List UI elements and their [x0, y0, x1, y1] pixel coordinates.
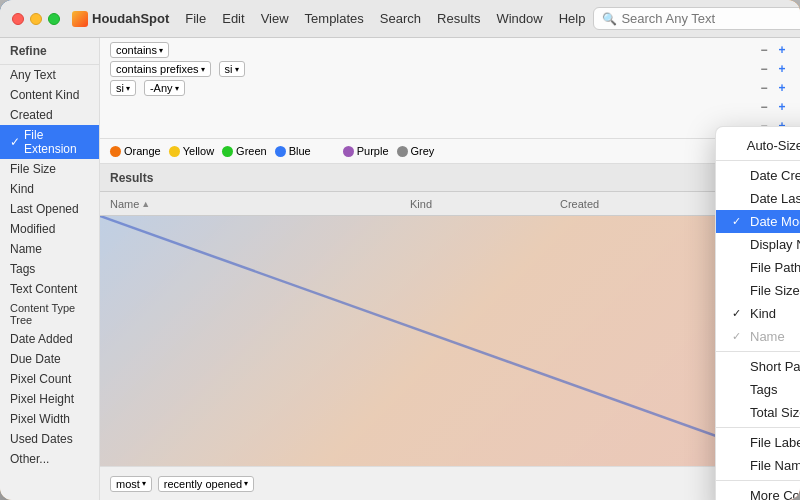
- dropdown-more-columns[interactable]: More Columns...: [716, 484, 800, 500]
- filter-row-1: contains ▾ − +: [110, 42, 790, 58]
- refine-file-size[interactable]: File Size: [0, 159, 99, 179]
- check-kind-icon: ✓: [732, 307, 744, 320]
- close-button[interactable]: [12, 13, 24, 25]
- col-header-kind[interactable]: Kind: [410, 198, 560, 210]
- dropdown-arrow-2b-icon: ▾: [235, 65, 239, 74]
- dropdown-arrow-3b-icon: ▾: [175, 84, 179, 93]
- refine-content-kind[interactable]: Content Kind: [0, 85, 99, 105]
- app-identity: HoudahSpot: [72, 11, 169, 27]
- filter-minus-3[interactable]: −: [756, 80, 772, 96]
- menu-search[interactable]: Search: [380, 11, 421, 26]
- tag-orange[interactable]: Orange: [110, 145, 161, 157]
- bottom-arrow-icon: ▾: [142, 479, 146, 488]
- dropdown-display-name[interactable]: Display Name: [716, 233, 800, 256]
- dropdown-date-last-used[interactable]: Date Last Used: [716, 187, 800, 210]
- refine-other[interactable]: Other...: [0, 449, 99, 469]
- refine-modified[interactable]: Modified: [0, 219, 99, 239]
- tag-purple[interactable]: Purple: [343, 145, 389, 157]
- tags-row: Orange Yellow Green Blue: [100, 139, 800, 164]
- results-body: [100, 216, 800, 466]
- diagonal-line: [100, 216, 800, 466]
- menu-templates[interactable]: Templates: [305, 11, 364, 26]
- search-input[interactable]: [621, 11, 800, 26]
- refine-used-dates[interactable]: Used Dates: [0, 429, 99, 449]
- col-header-name[interactable]: Name ▲: [110, 198, 410, 210]
- refine-pixel-width[interactable]: Pixel Width: [0, 409, 99, 429]
- tag-green[interactable]: Green: [222, 145, 267, 157]
- bottom-most-pill[interactable]: most ▾: [110, 476, 152, 492]
- refine-last-opened[interactable]: Last Opened: [0, 199, 99, 219]
- dropdown-kind[interactable]: ✓ Kind: [716, 302, 800, 325]
- filter-condition-1[interactable]: contains ▾: [110, 42, 169, 58]
- refine-pixel-count[interactable]: Pixel Count: [0, 369, 99, 389]
- refine-text-content[interactable]: Text Content: [0, 279, 99, 299]
- filter-row-2: contains prefixes ▾ si ▾ − +: [110, 61, 790, 77]
- purple-dot: [343, 146, 354, 157]
- menu-file[interactable]: File: [185, 11, 206, 26]
- grey-dot: [397, 146, 408, 157]
- dropdown-date-created[interactable]: Date Created: [716, 164, 800, 187]
- minimize-button[interactable]: [30, 13, 42, 25]
- refine-due-date[interactable]: Due Date: [0, 349, 99, 369]
- results-background: [100, 216, 800, 466]
- tag-yellow[interactable]: Yellow: [169, 145, 214, 157]
- refine-date-added[interactable]: Date Added: [0, 329, 99, 349]
- filter-minus-2[interactable]: −: [756, 61, 772, 77]
- filter-controls-1: − +: [756, 42, 790, 58]
- bottom-arrow2-icon: ▾: [244, 479, 248, 488]
- refine-pixel-height[interactable]: Pixel Height: [0, 389, 99, 409]
- menu-window[interactable]: Window: [496, 11, 542, 26]
- refine-tags[interactable]: Tags: [0, 259, 99, 279]
- filter-value-2[interactable]: si ▾: [219, 61, 245, 77]
- dropdown-tags[interactable]: Tags: [716, 378, 800, 401]
- filter-plus-2[interactable]: +: [774, 61, 790, 77]
- tag-blue[interactable]: Blue: [275, 145, 311, 157]
- menu-view[interactable]: View: [261, 11, 289, 26]
- dropdown-section-2: Date Created Date Last Used ✓ Date Modif…: [716, 161, 800, 352]
- refine-content-type-tree[interactable]: Content Type Tree: [0, 299, 99, 329]
- dropdown-section-3: Short Path Tags Total Size: [716, 352, 800, 428]
- dropdown-date-modified[interactable]: ✓ Date Modified: [716, 210, 800, 233]
- menu-edit[interactable]: Edit: [222, 11, 244, 26]
- bottom-bar: most ▾ recently opened ▾: [100, 466, 800, 500]
- refine-file-extension[interactable]: ✓ File Extension: [0, 125, 99, 159]
- main-content: Refine Any Text Content Kind Created ✓ F…: [0, 38, 800, 500]
- col-header-created[interactable]: Created: [560, 198, 710, 210]
- dropdown-name[interactable]: ✓ Name: [716, 325, 800, 348]
- dropdown-file-path[interactable]: File Path: [716, 256, 800, 279]
- check-icon: ✓: [10, 135, 20, 149]
- dropdown-total-size[interactable]: Total Size: [716, 401, 800, 424]
- bottom-recently-pill[interactable]: recently opened ▾: [158, 476, 254, 492]
- refine-name[interactable]: Name: [0, 239, 99, 259]
- column-dropdown: Auto-Size Columns Date Created Date Last…: [715, 126, 800, 500]
- dropdown-short-path[interactable]: Short Path: [716, 355, 800, 378]
- dropdown-auto-size[interactable]: Auto-Size Columns: [716, 134, 800, 157]
- filter-plus-4[interactable]: +: [774, 99, 790, 115]
- filter-plus-3[interactable]: +: [774, 80, 790, 96]
- filter-condition-2[interactable]: contains prefixes ▾: [110, 61, 211, 77]
- filter-row-4: − +: [110, 99, 790, 115]
- svg-line-0: [100, 216, 800, 466]
- refine-any-text[interactable]: Any Text: [0, 65, 99, 85]
- check-active-icon: ✓: [732, 215, 744, 228]
- filter-condition-3[interactable]: si ▾: [110, 80, 136, 96]
- orange-dot: [110, 146, 121, 157]
- dropdown-file-size[interactable]: File Size: [716, 279, 800, 302]
- dropdown-arrow-icon: ▾: [159, 46, 163, 55]
- maximize-button[interactable]: [48, 13, 60, 25]
- blue-dot: [275, 146, 286, 157]
- results-header-bar: Results 😊 ⊞ ☰: [100, 164, 800, 192]
- filter-anyvalue-3[interactable]: -Any ▾: [144, 80, 185, 96]
- filter-plus-1[interactable]: +: [774, 42, 790, 58]
- search-bar[interactable]: 🔍: [593, 7, 800, 30]
- menu-results[interactable]: Results: [437, 11, 480, 26]
- menu-help[interactable]: Help: [559, 11, 586, 26]
- filter-minus-4[interactable]: −: [756, 99, 772, 115]
- filter-minus-1[interactable]: −: [756, 42, 772, 58]
- tag-grey[interactable]: Grey: [397, 145, 435, 157]
- dropdown-file-name[interactable]: File Name: [716, 454, 800, 477]
- search-icon: 🔍: [602, 12, 617, 26]
- refine-kind[interactable]: Kind: [0, 179, 99, 199]
- dropdown-file-label[interactable]: File Label: [716, 431, 800, 454]
- refine-created[interactable]: Created: [0, 105, 99, 125]
